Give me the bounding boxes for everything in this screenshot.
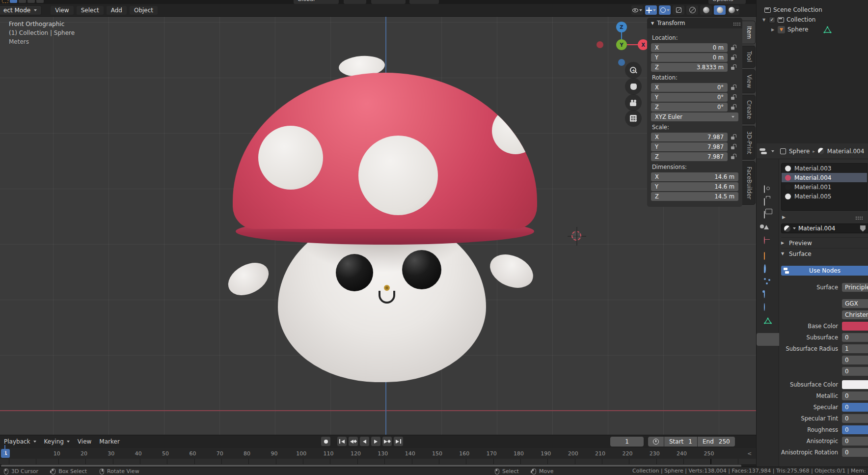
collapse-arrow[interactable]: <: [747, 450, 752, 457]
material-slot[interactable]: Material.005: [782, 192, 867, 201]
transform-orientation-dropdown[interactable]: Global: [294, 0, 339, 4]
property-value-field[interactable]: 0: [842, 391, 868, 400]
outliner-collection-row[interactable]: ▼ ✓ Collection: [757, 15, 868, 25]
tab-physics[interactable]: [764, 291, 772, 299]
number-field[interactable]: X0 m: [651, 43, 728, 52]
object-visibility-button[interactable]: [631, 5, 643, 15]
tab-object-data[interactable]: [764, 317, 772, 326]
tab-material[interactable]: [764, 335, 772, 344]
unlock-icon[interactable]: [731, 144, 736, 150]
3d-cursor[interactable]: [571, 230, 583, 242]
shading-wireframe-button[interactable]: [686, 5, 698, 15]
number-field[interactable]: X7.987: [651, 133, 728, 141]
number-field[interactable]: X0°: [651, 83, 728, 92]
property-value-field[interactable]: 0: [842, 425, 868, 434]
tab-scene[interactable]: [764, 223, 772, 231]
perspective-toggle-button[interactable]: [625, 110, 642, 127]
start-frame-field[interactable]: Start1: [664, 437, 697, 447]
tab-modifiers[interactable]: [764, 265, 772, 274]
circle-select-icon[interactable]: [19, 0, 26, 3]
tab-view-layer[interactable]: [764, 211, 772, 220]
jump-to-end-button[interactable]: [394, 437, 403, 446]
material-slot[interactable]: Material.003: [782, 164, 867, 173]
menu-item[interactable]: View: [78, 438, 91, 445]
gizmo-z-axis[interactable]: Z: [616, 22, 627, 32]
tab-tool[interactable]: [764, 170, 772, 178]
show-overlays-button[interactable]: [659, 5, 671, 15]
number-field[interactable]: Z14.5 m: [651, 192, 738, 201]
number-field[interactable]: Z3.8333 m: [651, 63, 728, 72]
fake-user-shield-icon[interactable]: [860, 225, 866, 232]
prev-keyframe-button[interactable]: [349, 437, 358, 446]
material-name-field[interactable]: Material.004: [781, 224, 868, 233]
property-value-field[interactable]: 0: [842, 333, 868, 342]
menu-item[interactable]: Add: [107, 6, 127, 15]
number-field[interactable]: Z0°: [651, 103, 728, 112]
zoom-button[interactable]: +: [625, 62, 642, 79]
menu-item[interactable]: Object: [130, 6, 158, 15]
unlock-icon[interactable]: [731, 45, 736, 51]
transform-panel-header[interactable]: ▼ Transform: [647, 18, 742, 28]
end-frame-field[interactable]: End250: [698, 437, 735, 447]
menu-item[interactable]: Playback: [4, 438, 36, 445]
material-slot[interactable]: Material.004: [782, 173, 867, 182]
expand-arrow-icon[interactable]: ▶: [770, 28, 775, 32]
property-value-field[interactable]: [842, 322, 868, 331]
select-mode-icons[interactable]: [2, 0, 44, 3]
tab-object[interactable]: [764, 252, 772, 261]
gizmo-y-axis[interactable]: Y: [616, 39, 627, 50]
unlock-icon[interactable]: [731, 94, 736, 100]
property-value-field[interactable]: 0: [842, 448, 868, 457]
current-frame-field[interactable]: 1: [610, 437, 644, 447]
property-value-field[interactable]: 1: [842, 344, 868, 353]
tab-constraints[interactable]: [764, 304, 772, 312]
tweak-select-icon[interactable]: [2, 0, 8, 3]
property-value-field[interactable]: 0: [842, 414, 868, 423]
tab-output[interactable]: [764, 198, 772, 207]
mode-dropdown[interactable]: ect Mode: [0, 5, 42, 15]
number-field[interactable]: Y0 m: [651, 53, 728, 62]
number-field[interactable]: X14.6 m: [651, 172, 738, 181]
timeline-ticks[interactable]: [0, 459, 756, 464]
sidebar-tab[interactable]: Tool: [742, 46, 756, 67]
xray-toggle-button[interactable]: [673, 5, 684, 15]
drag-grip-icon[interactable]: [733, 23, 734, 24]
property-value-field[interactable]: 0: [842, 356, 868, 364]
sidebar-tab[interactable]: View: [742, 69, 756, 93]
paint-select-icon[interactable]: [36, 0, 44, 3]
mushroom-model[interactable]: [0, 17, 756, 435]
show-gizmo-button[interactable]: [645, 5, 657, 15]
outliner-object-row[interactable]: ▶ ▼ Sphere: [757, 25, 868, 34]
shading-rendered-button[interactable]: [728, 5, 739, 15]
pan-button[interactable]: [625, 78, 642, 95]
auto-keying-toggle[interactable]: [648, 437, 664, 447]
property-value-field[interactable]: [842, 380, 868, 389]
play-button[interactable]: [371, 437, 380, 446]
tab-world[interactable]: [764, 237, 772, 245]
drag-grip-icon[interactable]: [856, 217, 857, 218]
expand-arrow-icon[interactable]: ▼: [761, 18, 766, 22]
next-keyframe-button[interactable]: [382, 437, 392, 446]
jump-to-start-button[interactable]: [337, 437, 347, 446]
rotation-mode-dropdown[interactable]: XYZ Euler: [651, 112, 738, 121]
property-value-field[interactable]: GGX: [842, 299, 868, 308]
outliner-scene-collection-row[interactable]: Scene Collection: [757, 5, 868, 15]
property-value-field[interactable]: 0: [842, 367, 868, 376]
shading-material-button[interactable]: [714, 5, 726, 15]
property-value-field[interactable]: 0: [842, 437, 868, 446]
surface-section-header[interactable]: ▼ Surface: [781, 248, 868, 259]
shading-solid-button[interactable]: [700, 5, 712, 15]
number-field[interactable]: Z7.987: [651, 152, 728, 161]
lasso-select-icon[interactable]: [27, 0, 35, 3]
options-dropdown[interactable]: Options: [708, 0, 746, 4]
pivot-point-dropdown[interactable]: [344, 0, 366, 4]
number-field[interactable]: Y0°: [651, 93, 728, 102]
property-value-field[interactable]: 0: [842, 403, 868, 412]
gizmo-neg-x-axis[interactable]: [597, 41, 603, 48]
unlock-icon[interactable]: [731, 55, 736, 60]
snapping-toggle[interactable]: [371, 0, 406, 4]
unlock-icon[interactable]: [731, 134, 736, 140]
expand-icon[interactable]: ▶: [782, 215, 786, 220]
sidebar-tab[interactable]: Item: [742, 21, 756, 44]
number-field[interactable]: Y7.987: [651, 142, 728, 151]
